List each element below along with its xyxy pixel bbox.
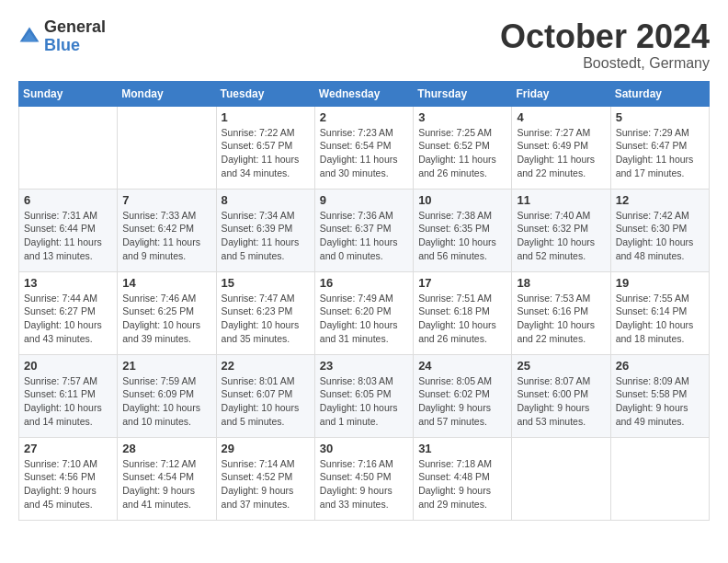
day-detail: Sunrise: 7:46 AMSunset: 6:25 PMDaylight:… bbox=[122, 292, 210, 346]
page-header: General Blue October 2024 Boostedt, Germ… bbox=[18, 18, 710, 72]
day-number: 10 bbox=[418, 193, 506, 207]
day-number: 14 bbox=[122, 276, 210, 290]
day-number: 22 bbox=[222, 359, 310, 373]
calendar-cell: 29Sunrise: 7:14 AMSunset: 4:52 PMDayligh… bbox=[216, 437, 314, 520]
logo-general-text: General bbox=[44, 18, 106, 37]
day-detail: Sunrise: 7:53 AMSunset: 6:16 PMDaylight:… bbox=[517, 292, 605, 346]
day-of-week-header: Thursday bbox=[414, 81, 512, 106]
location-title: Boostedt, Germany bbox=[500, 55, 710, 72]
day-number: 17 bbox=[418, 276, 506, 290]
day-detail: Sunrise: 7:38 AMSunset: 6:35 PMDaylight:… bbox=[418, 209, 506, 263]
day-number: 2 bbox=[320, 110, 408, 124]
calendar-week-row: 20Sunrise: 7:57 AMSunset: 6:11 PMDayligh… bbox=[19, 354, 710, 437]
day-detail: Sunrise: 7:23 AMSunset: 6:54 PMDaylight:… bbox=[320, 126, 408, 180]
calendar-header: SundayMondayTuesdayWednesdayThursdayFrid… bbox=[19, 81, 710, 106]
day-number: 1 bbox=[222, 110, 310, 124]
calendar-cell: 26Sunrise: 8:09 AMSunset: 5:58 PMDayligh… bbox=[610, 354, 709, 437]
calendar-cell: 24Sunrise: 8:05 AMSunset: 6:02 PMDayligh… bbox=[414, 354, 512, 437]
calendar-cell: 28Sunrise: 7:12 AMSunset: 4:54 PMDayligh… bbox=[118, 437, 216, 520]
calendar-title-area: October 2024 Boostedt, Germany bbox=[500, 18, 710, 72]
day-of-week-header: Monday bbox=[118, 81, 216, 106]
day-number: 28 bbox=[122, 442, 210, 455]
calendar-cell: 2Sunrise: 7:23 AMSunset: 6:54 PMDaylight… bbox=[314, 106, 413, 189]
logo-blue-text: Blue bbox=[44, 37, 106, 55]
day-number: 4 bbox=[517, 110, 605, 124]
calendar-cell bbox=[512, 437, 610, 520]
calendar-body: 1Sunrise: 7:22 AMSunset: 6:57 PMDaylight… bbox=[19, 106, 710, 520]
calendar-cell: 19Sunrise: 7:55 AMSunset: 6:14 PMDayligh… bbox=[610, 271, 709, 354]
day-number: 16 bbox=[320, 276, 408, 290]
calendar-cell: 23Sunrise: 8:03 AMSunset: 6:05 PMDayligh… bbox=[314, 354, 413, 437]
day-number: 8 bbox=[222, 193, 310, 207]
day-detail: Sunrise: 7:59 AMSunset: 6:09 PMDaylight:… bbox=[122, 374, 210, 429]
day-detail: Sunrise: 7:12 AMSunset: 4:54 PMDaylight:… bbox=[122, 457, 210, 511]
day-number: 18 bbox=[517, 276, 605, 290]
calendar-cell: 22Sunrise: 8:01 AMSunset: 6:07 PMDayligh… bbox=[216, 354, 314, 437]
day-number: 12 bbox=[616, 193, 704, 207]
day-number: 30 bbox=[320, 442, 408, 455]
calendar-cell: 12Sunrise: 7:42 AMSunset: 6:30 PMDayligh… bbox=[610, 189, 709, 271]
calendar-cell: 30Sunrise: 7:16 AMSunset: 4:50 PMDayligh… bbox=[314, 437, 413, 520]
calendar-cell: 10Sunrise: 7:38 AMSunset: 6:35 PMDayligh… bbox=[414, 189, 512, 271]
month-title: October 2024 bbox=[500, 18, 710, 55]
day-number: 3 bbox=[418, 110, 506, 124]
day-number: 11 bbox=[517, 193, 605, 207]
day-number: 7 bbox=[122, 193, 210, 207]
day-detail: Sunrise: 7:40 AMSunset: 6:32 PMDaylight:… bbox=[517, 209, 605, 263]
calendar-cell: 15Sunrise: 7:47 AMSunset: 6:23 PMDayligh… bbox=[216, 271, 314, 354]
day-number: 19 bbox=[616, 276, 704, 290]
day-detail: Sunrise: 8:01 AMSunset: 6:07 PMDaylight:… bbox=[222, 374, 310, 429]
day-number: 31 bbox=[418, 442, 506, 455]
day-number: 9 bbox=[320, 193, 408, 207]
calendar-cell: 20Sunrise: 7:57 AMSunset: 6:11 PMDayligh… bbox=[19, 354, 118, 437]
calendar-cell: 25Sunrise: 8:07 AMSunset: 6:00 PMDayligh… bbox=[512, 354, 610, 437]
calendar-week-row: 1Sunrise: 7:22 AMSunset: 6:57 PMDaylight… bbox=[19, 106, 710, 189]
calendar-cell: 17Sunrise: 7:51 AMSunset: 6:18 PMDayligh… bbox=[414, 271, 512, 354]
day-of-week-header: Friday bbox=[512, 81, 610, 106]
calendar-cell: 5Sunrise: 7:29 AMSunset: 6:47 PMDaylight… bbox=[610, 106, 709, 189]
day-number: 5 bbox=[616, 110, 704, 124]
day-detail: Sunrise: 7:42 AMSunset: 6:30 PMDaylight:… bbox=[616, 209, 704, 263]
day-detail: Sunrise: 7:16 AMSunset: 4:50 PMDaylight:… bbox=[320, 457, 408, 511]
day-detail: Sunrise: 7:34 AMSunset: 6:39 PMDaylight:… bbox=[222, 209, 310, 263]
day-number: 29 bbox=[222, 442, 310, 455]
calendar-cell bbox=[118, 106, 216, 189]
day-detail: Sunrise: 8:07 AMSunset: 6:00 PMDaylight:… bbox=[517, 374, 605, 429]
calendar-cell: 9Sunrise: 7:36 AMSunset: 6:37 PMDaylight… bbox=[314, 189, 413, 271]
logo: General Blue bbox=[18, 18, 106, 55]
logo-icon bbox=[18, 26, 40, 48]
day-of-week-header: Saturday bbox=[610, 81, 709, 106]
calendar-week-row: 27Sunrise: 7:10 AMSunset: 4:56 PMDayligh… bbox=[19, 437, 710, 520]
day-of-week-header: Sunday bbox=[19, 81, 118, 106]
day-number: 27 bbox=[24, 442, 112, 455]
calendar-cell: 21Sunrise: 7:59 AMSunset: 6:09 PMDayligh… bbox=[118, 354, 216, 437]
day-detail: Sunrise: 7:29 AMSunset: 6:47 PMDaylight:… bbox=[616, 126, 704, 180]
day-detail: Sunrise: 7:25 AMSunset: 6:52 PMDaylight:… bbox=[418, 126, 506, 180]
day-number: 13 bbox=[24, 276, 112, 290]
day-detail: Sunrise: 8:05 AMSunset: 6:02 PMDaylight:… bbox=[418, 374, 506, 429]
day-number: 24 bbox=[418, 359, 506, 373]
calendar-cell: 4Sunrise: 7:27 AMSunset: 6:49 PMDaylight… bbox=[512, 106, 610, 189]
day-number: 23 bbox=[320, 359, 408, 373]
day-detail: Sunrise: 7:33 AMSunset: 6:42 PMDaylight:… bbox=[122, 209, 210, 263]
calendar-cell: 13Sunrise: 7:44 AMSunset: 6:27 PMDayligh… bbox=[19, 271, 118, 354]
day-detail: Sunrise: 7:47 AMSunset: 6:23 PMDaylight:… bbox=[222, 292, 310, 346]
day-detail: Sunrise: 7:22 AMSunset: 6:57 PMDaylight:… bbox=[222, 126, 310, 180]
calendar-week-row: 13Sunrise: 7:44 AMSunset: 6:27 PMDayligh… bbox=[19, 271, 710, 354]
calendar-cell bbox=[19, 106, 118, 189]
day-detail: Sunrise: 7:57 AMSunset: 6:11 PMDaylight:… bbox=[24, 374, 112, 429]
calendar-cell: 18Sunrise: 7:53 AMSunset: 6:16 PMDayligh… bbox=[512, 271, 610, 354]
day-detail: Sunrise: 7:27 AMSunset: 6:49 PMDaylight:… bbox=[517, 126, 605, 180]
day-number: 26 bbox=[616, 359, 704, 373]
day-number: 15 bbox=[222, 276, 310, 290]
day-detail: Sunrise: 7:36 AMSunset: 6:37 PMDaylight:… bbox=[320, 209, 408, 263]
days-of-week-row: SundayMondayTuesdayWednesdayThursdayFrid… bbox=[19, 81, 710, 106]
calendar-cell: 7Sunrise: 7:33 AMSunset: 6:42 PMDaylight… bbox=[118, 189, 216, 271]
calendar-cell: 3Sunrise: 7:25 AMSunset: 6:52 PMDaylight… bbox=[414, 106, 512, 189]
calendar-cell: 31Sunrise: 7:18 AMSunset: 4:48 PMDayligh… bbox=[414, 437, 512, 520]
day-detail: Sunrise: 7:10 AMSunset: 4:56 PMDaylight:… bbox=[24, 457, 112, 511]
day-detail: Sunrise: 7:44 AMSunset: 6:27 PMDaylight:… bbox=[24, 292, 112, 346]
calendar-cell: 6Sunrise: 7:31 AMSunset: 6:44 PMDaylight… bbox=[19, 189, 118, 271]
calendar-cell: 27Sunrise: 7:10 AMSunset: 4:56 PMDayligh… bbox=[19, 437, 118, 520]
day-of-week-header: Tuesday bbox=[216, 81, 314, 106]
